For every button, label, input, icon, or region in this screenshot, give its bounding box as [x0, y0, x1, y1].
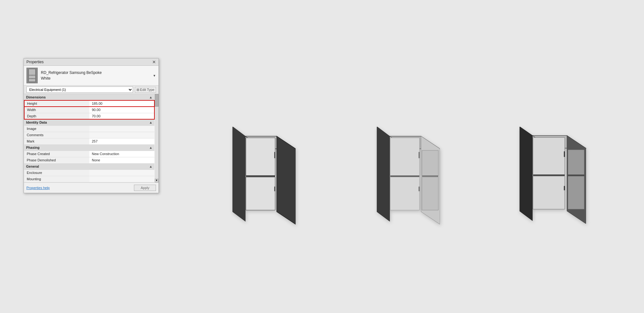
- mark-value[interactable]: 257: [89, 138, 154, 144]
- height-row: Height 185.00: [24, 100, 154, 107]
- svg-marker-8: [277, 136, 296, 224]
- svg-marker-31: [568, 150, 584, 175]
- close-button[interactable]: ✕: [152, 60, 156, 64]
- properties-panel: Properties ✕ RD_Refrigerator Samsung BeS…: [24, 58, 159, 193]
- svg-rect-2: [29, 75, 35, 78]
- svg-marker-17: [390, 138, 419, 176]
- comments-row: Comments: [24, 132, 154, 138]
- svg-rect-34: [564, 151, 565, 157]
- panel-title: Properties: [26, 60, 44, 64]
- scroll-down-arrow[interactable]: ▼: [155, 179, 158, 182]
- phase-demolished-value[interactable]: None: [89, 157, 154, 163]
- phasing-section-header: Phasing ▲: [24, 144, 154, 151]
- svg-rect-1: [29, 69, 35, 75]
- fridge-1: [226, 127, 296, 234]
- fridge-2: [371, 127, 440, 234]
- depth-value[interactable]: 70.00: [89, 113, 154, 119]
- general-label: General: [26, 165, 39, 168]
- image-row: Image: [24, 126, 154, 132]
- width-value[interactable]: 90.00: [89, 107, 154, 113]
- dimensions-section-label: Dimensions: [26, 95, 46, 99]
- mounting-label: Mounting: [24, 176, 89, 182]
- svg-rect-20: [419, 152, 420, 158]
- image-value[interactable]: [89, 126, 154, 132]
- width-label: Width: [24, 107, 89, 113]
- height-value[interactable]: 185.00: [89, 100, 154, 107]
- comments-value[interactable]: [89, 132, 154, 138]
- svg-marker-7: [233, 127, 245, 221]
- fridge-1-container: [226, 127, 296, 234]
- svg-marker-18: [390, 177, 419, 210]
- identity-collapse-icon[interactable]: ▲: [149, 120, 153, 124]
- depth-row: Depth 70.00: [24, 113, 154, 119]
- svg-rect-21: [419, 187, 420, 191]
- properties-help-link[interactable]: Properties help: [26, 186, 50, 190]
- dimensions-section-header: Dimensions ▲: [24, 94, 154, 100]
- width-row: Width 90.00: [24, 107, 154, 113]
- type-selector[interactable]: Electrical Equipment (1): [26, 87, 133, 93]
- identity-data-label: Identity Data: [26, 120, 47, 124]
- identity-data-section-header: Identity Data ▲: [24, 119, 154, 126]
- phasing-collapse-icon[interactable]: ▲: [149, 146, 153, 149]
- svg-marker-29: [533, 176, 565, 209]
- comments-label: Comments: [24, 132, 89, 138]
- enclosure-row: Enclosure: [24, 170, 154, 176]
- phase-created-value[interactable]: New Construction: [89, 151, 154, 157]
- properties-table-wrapper: Dimensions ▲ Height 185.00 Width 90.00 D…: [24, 94, 158, 182]
- element-dropdown-arrow: ▼: [153, 74, 156, 77]
- element-header: RD_Refrigerator Samsung BeSpoke White ▼: [24, 66, 158, 86]
- fridges-area: [170, 47, 644, 313]
- scrollbar-thumb[interactable]: [155, 94, 158, 107]
- fridge-2-container: [371, 127, 440, 234]
- dimensions-collapse-icon[interactable]: ▲: [149, 95, 153, 99]
- panel-title-bar: Properties ✕: [24, 59, 158, 66]
- svg-marker-23: [422, 177, 438, 210]
- phasing-label: Phasing: [26, 146, 40, 149]
- phase-demolished-row: Phase Demolished None: [24, 157, 154, 163]
- svg-rect-3: [29, 79, 35, 81]
- enclosure-value[interactable]: [89, 170, 154, 176]
- edit-type-icon: ⊞: [136, 88, 139, 92]
- panel-footer: Properties help Apply: [24, 182, 158, 193]
- svg-marker-22: [422, 150, 438, 176]
- enclosure-label: Enclosure: [24, 170, 89, 176]
- general-collapse-icon[interactable]: ▲: [149, 165, 153, 168]
- apply-button[interactable]: Apply: [134, 185, 156, 191]
- mark-label: Mark: [24, 138, 89, 144]
- svg-marker-10: [246, 177, 275, 210]
- element-icon: [26, 68, 38, 83]
- svg-marker-26: [520, 127, 532, 221]
- mark-row: Mark 257: [24, 138, 154, 144]
- image-label: Image: [24, 126, 89, 132]
- fridge-3: [515, 127, 587, 234]
- svg-marker-32: [568, 176, 584, 209]
- height-label: Height: [24, 100, 89, 107]
- scrollbar[interactable]: ▲ ▼: [155, 94, 158, 182]
- fridge-3-container: [515, 127, 587, 234]
- svg-marker-9: [246, 138, 275, 176]
- svg-marker-28: [533, 137, 565, 175]
- type-selector-row: Electrical Equipment (1) ⊞ Edit Type: [24, 86, 158, 94]
- phase-demolished-label: Phase Demolished: [24, 157, 89, 163]
- phase-created-label: Phase Created: [24, 151, 89, 157]
- properties-table: Dimensions ▲ Height 185.00 Width 90.00 D…: [24, 94, 155, 182]
- mounting-row: Mounting: [24, 176, 154, 182]
- svg-rect-13: [274, 187, 275, 191]
- svg-rect-12: [274, 152, 275, 158]
- phase-created-row: Phase Created New Construction: [24, 151, 154, 157]
- svg-rect-35: [564, 186, 565, 190]
- element-name: RD_Refrigerator Samsung BeSpoke White: [41, 70, 150, 81]
- mounting-value[interactable]: [89, 176, 154, 182]
- general-section-header: General ▲: [24, 163, 154, 170]
- edit-type-button[interactable]: ⊞ Edit Type: [135, 87, 156, 93]
- depth-label: Depth: [24, 113, 89, 119]
- svg-marker-15: [377, 127, 390, 221]
